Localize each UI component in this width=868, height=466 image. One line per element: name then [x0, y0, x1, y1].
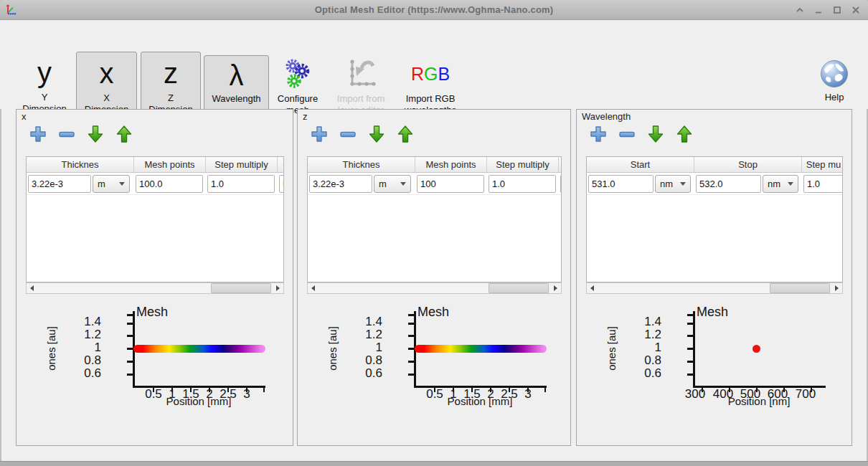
thickness-unit-combo[interactable]: m [93, 175, 130, 193]
close-button[interactable] [849, 4, 862, 16]
start-unit-value: nm [660, 179, 673, 189]
stop-input[interactable] [696, 175, 761, 193]
column-header-mesh-points: Mesh points [134, 157, 206, 172]
z-dimension-button[interactable]: z Z Dimension [141, 52, 201, 116]
chevron-up-icon [795, 5, 805, 15]
plot-ytick-labels: 1.4 1.2 1 0.8 0.6 [621, 315, 661, 380]
scroll-right-button[interactable] [550, 283, 561, 293]
scrollbar-thumb[interactable] [489, 283, 549, 293]
thickness-unit-combo[interactable]: m [374, 175, 411, 193]
table-row: m [27, 173, 283, 195]
stop-unit-value: nm [768, 179, 780, 189]
panel-z: z Thicknes Mesh points Step multiply [297, 109, 571, 446]
help-button[interactable]: Help [813, 54, 855, 103]
z-dimension-label-line1: Z [168, 92, 174, 103]
panel-x-title: x [22, 111, 27, 122]
step-multiply-input[interactable] [489, 175, 556, 193]
move-down-button[interactable] [367, 124, 387, 144]
z-glyph: z [164, 54, 178, 92]
thickness-input[interactable] [309, 175, 372, 193]
stop-unit-combo[interactable]: nm [763, 175, 798, 193]
move-down-button[interactable] [85, 124, 105, 144]
import-from-layer-editor-button: Import from layer editor [329, 53, 393, 116]
rgb-icon-b: B [438, 54, 450, 93]
maximize-button[interactable] [831, 4, 844, 16]
shade-button[interactable] [793, 4, 806, 16]
start-unit-combo[interactable]: nm [655, 175, 691, 193]
thickness-input[interactable] [28, 175, 91, 193]
y-axis [414, 311, 416, 388]
triangle-right-icon [276, 285, 280, 291]
clipped-cell-input[interactable] [279, 175, 284, 193]
column-header-clipped [559, 157, 562, 172]
move-down-button[interactable] [646, 124, 666, 144]
triangle-right-icon [554, 285, 557, 291]
window-controls [793, 0, 862, 20]
import-rgb-wavelengths-button[interactable]: RGB Import RGB wavelengths [396, 53, 465, 116]
mesh-points-input[interactable] [136, 175, 203, 193]
scrollbar-thumb[interactable] [770, 283, 830, 293]
triangle-left-icon [311, 285, 315, 291]
scrollbar-thumb[interactable] [211, 283, 271, 293]
scroll-left-button[interactable] [27, 283, 37, 293]
chevron-down-icon [400, 182, 406, 186]
horizontal-scrollbar[interactable] [307, 282, 562, 294]
start-input[interactable] [588, 175, 654, 193]
help-label: Help [825, 92, 844, 103]
scroll-right-button[interactable] [831, 283, 842, 293]
rainbow-mesh-line [415, 345, 547, 353]
add-row-button[interactable] [28, 124, 48, 144]
horizontal-scrollbar[interactable] [26, 282, 284, 294]
table-row: m [308, 173, 561, 195]
minimize-button[interactable] [812, 4, 825, 16]
chevron-down-icon [680, 182, 686, 186]
y-axis [693, 311, 695, 388]
move-up-button[interactable] [114, 124, 134, 144]
panel-x: x Thicknes Mesh points Step multiply [16, 109, 293, 446]
scroll-left-button[interactable] [587, 283, 598, 293]
step-multiply-input[interactable] [803, 175, 843, 193]
thickness-unit-value: m [98, 179, 105, 189]
column-header-step-multiply: Step multiply [487, 157, 559, 172]
column-header-step-multiply: Step mu [802, 157, 843, 172]
minus-icon [57, 124, 77, 144]
wavelength-point [753, 345, 760, 353]
remove-row-button[interactable] [57, 124, 77, 144]
main-toolbar: y Y Dimension x X Dimension z Z Dimensio… [0, 20, 868, 109]
wavelength-button[interactable]: λ Wavelength [204, 55, 269, 112]
x-axis [693, 386, 826, 388]
remove-row-button[interactable] [617, 124, 637, 144]
panel-wavelength-title: Wavelength [582, 111, 631, 122]
move-up-button[interactable] [395, 124, 415, 144]
column-header-step-multiply: Step multiply [206, 157, 278, 172]
move-up-button[interactable] [674, 124, 694, 144]
plot-ylabel: ones [au] [575, 311, 647, 386]
maximize-icon [832, 5, 842, 15]
scroll-right-button[interactable] [273, 283, 283, 293]
remove-row-button[interactable] [338, 124, 358, 144]
thickness-unit-value: m [379, 179, 387, 189]
scrollbar-track[interactable] [37, 283, 273, 293]
y-dimension-button[interactable]: y Y Dimension [16, 52, 73, 116]
configure-mesh-button[interactable]: Configure mesh [273, 53, 323, 116]
clipped-cell-input[interactable] [560, 175, 562, 193]
plot-ylabel: ones [au] [15, 311, 87, 386]
plot-title: Mesh [418, 305, 449, 320]
rgb-icon: RGB [411, 54, 450, 93]
add-row-button[interactable] [588, 124, 608, 144]
scrollbar-track[interactable] [319, 283, 550, 293]
horizontal-scrollbar[interactable] [586, 282, 843, 294]
add-row-button[interactable] [309, 124, 329, 144]
import-rgb-label-line1: Import RGB [406, 93, 456, 104]
mesh-points-input[interactable] [417, 175, 484, 193]
arrow-down-icon [85, 124, 105, 144]
scrollbar-track[interactable] [598, 283, 831, 293]
step-multiply-input[interactable] [207, 175, 275, 193]
app-window: Optical Mesh Editor (https://www.Oghma-N… [0, 0, 868, 466]
wavelength-table: Start Stop Step mu nm nm [586, 156, 843, 282]
column-header-clipped [278, 157, 284, 172]
arrow-up-icon [395, 124, 415, 144]
x-dimension-button[interactable]: x X Dimension [76, 52, 137, 116]
scroll-left-button[interactable] [308, 283, 319, 293]
plot-ylabel: ones [au] [296, 311, 368, 386]
